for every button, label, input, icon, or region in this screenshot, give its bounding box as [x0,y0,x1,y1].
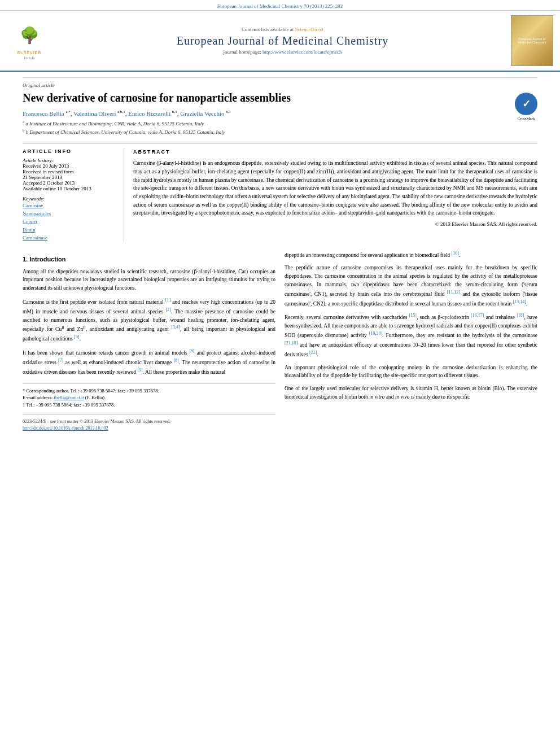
elsevier-date: 19 July [24,56,35,60]
keyword-copper[interactable]: Copper [23,217,117,225]
article-title: New derivative of carnosine for nanopart… [23,90,509,105]
received-date: Received 20 July 2013 [23,163,117,169]
sciencedirect-link[interactable]: ScienceDirect [295,27,323,32]
ref-16-17[interactable]: [16,17] [471,313,484,318]
affiliation-a: a a Institute of Biostructure and Bioima… [23,119,509,128]
ref-11-12[interactable]: [11,12] [447,290,460,295]
footnote-corresponding: * Corresponding author. Tel.: +39 095 73… [23,387,275,395]
email-link[interactable]: fbellia@unict.it [54,395,84,400]
footnote-1: 1 Tel.: +39 095 738 5064; fax: +39 095 3… [23,401,275,409]
ref-2[interactable]: [2] [165,307,170,312]
ref-22[interactable]: [22] [309,350,317,355]
ref-3-4[interactable]: [3,4] [171,325,180,330]
keyword-carnosine[interactable]: Carnosine [23,202,117,209]
authors-line: Francesco Bellia a,*, Valentina Oliveri … [23,110,509,117]
accepted-date: Accepted 2 October 2013 [23,180,117,186]
received-revised-label: Received in revised form [23,169,117,174]
intro-para1: Among all the dipeptides nowadays studie… [23,268,275,292]
ref-5[interactable]: [5] [74,334,79,339]
keywords-title: Keywords: [23,196,117,202]
author-oliveri[interactable]: Valentina Oliveri [73,110,116,117]
doi-link[interactable]: http://dx.doi.org/10.1016/j.ejmech.2013.… [23,426,108,431]
elsevier-tree-image: 🌳 [10,21,49,50]
sciencedirect-line: Contents lists available at ScienceDirec… [61,27,504,32]
article-type-label: Original article [23,77,537,88]
bottom-bar: 0223-5234/$ – see front matter © 2013 El… [23,414,275,433]
homepage-link[interactable]: http://www.elsevier.com/locate/ejmech [262,49,342,55]
article-info-abstract: ARTICLE INFO Article history: Received 2… [23,143,537,242]
ref-18[interactable]: [18] [517,313,524,318]
footnote-email: E-mail address: fbellia@unict.it (F. Bel… [23,394,275,401]
keyword-nanoparticles[interactable]: Nanoparticles [23,209,117,217]
introduction-heading: 1. Introduction [23,255,275,264]
keywords-section: Keywords: Carnosine Nanoparticles Copper… [23,196,117,242]
body-section: 1. Introduction Among all the dipeptides… [23,250,537,433]
right-para2: The peptidic nature of carnosine comprom… [285,264,537,308]
abstract-title: ABSTRACT [133,148,537,156]
ref-9[interactable]: [9] [137,368,142,373]
ref-15[interactable]: [15] [409,313,417,318]
ref-19-20[interactable]: [19,20] [369,331,382,336]
journal-center: Contents lists available at ScienceDirec… [61,27,504,55]
body-right-column: dipeptide an interesting compound for se… [285,250,537,433]
keyword-carnosinase[interactable]: Carnosinase [23,234,117,242]
elsevier-wordmark: ELSEVIER [18,51,42,55]
history-label: Article history: [23,158,117,163]
body-left-column: 1. Introduction Among all the dipeptides… [23,250,275,433]
abstract-text: Carnosine (β-alanyl-l-histidine) is an e… [133,159,537,217]
crossmark-label: CrossMark [515,116,537,121]
journal-cover-image: European Journal of Medicinal Chemistry [511,15,553,66]
crossmark-container: ✓ CrossMark [515,93,537,121]
ref-13-14[interactable]: [13,14] [513,299,526,304]
available-online: Available online 10 October 2013 [23,186,117,191]
journal-banner: European Journal of Medicinal Chemistry … [0,0,560,11]
main-content: Original article New derivative of carno… [0,72,560,438]
ref-21-18[interactable]: [21,18] [285,340,298,346]
journal-header: 🌳 ELSEVIER 19 July Contents lists availa… [0,11,560,72]
ref-8[interactable]: [8] [173,358,178,363]
right-para5: One of the largely used molecules for se… [285,385,537,401]
intro-para2: Carnosine is the first peptide ever isol… [23,297,275,343]
affiliations: a a Institute of Biostructure and Bioima… [23,119,509,137]
journal-name-header: European Journal of Medicinal Chemistry [61,34,504,47]
right-para3: Recently, several carnosine derivatives … [285,312,537,359]
right-para4: An important physiological role of the c… [285,364,537,380]
copyright-line: © 2013 Elsevier Masson SAS. All rights r… [133,221,537,229]
affiliation-b: b b Department of Chemical Sciences, Uni… [23,128,509,137]
author-rizzarelli[interactable]: Enrico Rizzarelli [128,110,170,117]
elsevier-logo: 🌳 ELSEVIER 19 July [7,21,52,60]
keyword-biotin[interactable]: Biotin [23,226,117,234]
journal-citation: European Journal of Medicinal Chemistry … [217,3,343,9]
right-para1: dipeptide an interesting compound for se… [285,250,537,260]
abstract-section: ABSTRACT Carnosine (β-alanyl-l-histidine… [133,148,537,242]
journal-homepage: journal homepage: http://www.elsevier.co… [61,49,504,55]
article-info-panel: ARTICLE INFO Article history: Received 2… [23,148,124,242]
ref-6[interactable]: [6] [189,348,194,353]
intro-para3: It has been shown that carnosine retards… [23,348,275,377]
article-info-title: ARTICLE INFO [23,148,117,154]
ref-7[interactable]: [7] [58,358,63,363]
cover-text: European Journal of Medicinal Chemistry [511,36,553,45]
ref-1[interactable]: [1] [165,298,170,303]
issn-line: 0223-5234/$ – see front matter © 2013 El… [23,418,275,425]
author-bellia[interactable]: Francesco Bellia [23,110,64,117]
tree-icon: 🌳 [20,28,40,43]
author-vecchio[interactable]: Graziella Vecchio [180,110,224,117]
crossmark-badge: ✓ [515,93,537,115]
ref-10[interactable]: [10] [451,251,458,256]
revised-date: 21 September 2013 [23,174,117,180]
footnotes: * Corresponding author. Tel.: +39 095 73… [23,383,275,409]
